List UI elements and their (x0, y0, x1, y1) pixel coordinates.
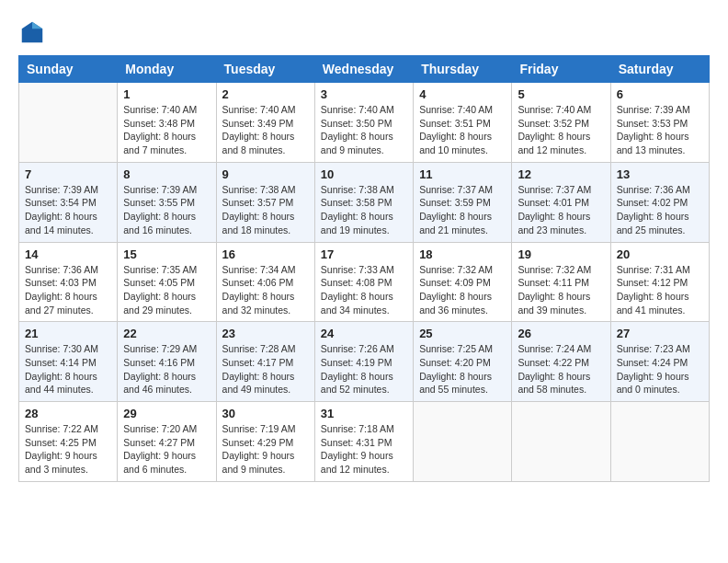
day-number: 3 (321, 87, 407, 101)
day-number: 20 (617, 247, 703, 261)
day-info: Sunrise: 7:33 AMSunset: 4:08 PMDaylight:… (321, 263, 407, 317)
day-number: 10 (321, 167, 407, 181)
day-number: 27 (617, 327, 703, 340)
calendar-cell: 18Sunrise: 7:32 AMSunset: 4:09 PMDayligh… (414, 242, 512, 322)
day-number: 21 (25, 327, 111, 340)
weekday-header-thursday: Thursday (414, 56, 512, 83)
calendar-cell: 1Sunrise: 7:40 AMSunset: 3:48 PMDaylight… (118, 83, 216, 163)
calendar-cell: 19Sunrise: 7:32 AMSunset: 4:11 PMDayligh… (512, 242, 610, 322)
calendar-cell: 15Sunrise: 7:35 AMSunset: 4:05 PMDayligh… (118, 242, 216, 322)
day-info: Sunrise: 7:40 AMSunset: 3:51 PMDaylight:… (419, 103, 506, 157)
day-info: Sunrise: 7:39 AMSunset: 3:55 PMDaylight:… (123, 183, 210, 237)
weekday-header-row: SundayMondayTuesdayWednesdayThursdayFrid… (19, 56, 710, 83)
calendar-cell: 21Sunrise: 7:30 AMSunset: 4:14 PMDayligh… (19, 322, 118, 402)
calendar-cell: 4Sunrise: 7:40 AMSunset: 3:51 PMDaylight… (414, 83, 512, 163)
day-info: Sunrise: 7:36 AMSunset: 4:03 PMDaylight:… (25, 263, 111, 317)
day-info: Sunrise: 7:34 AMSunset: 4:06 PMDaylight:… (222, 263, 309, 317)
day-info: Sunrise: 7:26 AMSunset: 4:19 PMDaylight:… (321, 342, 407, 396)
calendar-cell (512, 402, 610, 482)
calendar-cell: 8Sunrise: 7:39 AMSunset: 3:55 PMDaylight… (118, 162, 216, 242)
day-info: Sunrise: 7:35 AMSunset: 4:05 PMDaylight:… (123, 263, 210, 317)
day-info: Sunrise: 7:37 AMSunset: 3:59 PMDaylight:… (419, 183, 506, 237)
day-info: Sunrise: 7:40 AMSunset: 3:49 PMDaylight:… (222, 103, 309, 157)
day-number: 31 (321, 407, 407, 420)
day-info: Sunrise: 7:39 AMSunset: 3:53 PMDaylight:… (617, 103, 703, 157)
day-info: Sunrise: 7:29 AMSunset: 4:16 PMDaylight:… (123, 342, 210, 396)
calendar-cell (610, 402, 709, 482)
calendar-cell: 11Sunrise: 7:37 AMSunset: 3:59 PMDayligh… (414, 162, 512, 242)
day-info: Sunrise: 7:32 AMSunset: 4:09 PMDaylight:… (419, 263, 506, 317)
calendar-cell: 26Sunrise: 7:24 AMSunset: 4:22 PMDayligh… (512, 322, 610, 402)
calendar-cell: 7Sunrise: 7:39 AMSunset: 3:54 PMDaylight… (19, 162, 118, 242)
day-info: Sunrise: 7:36 AMSunset: 4:02 PMDaylight:… (617, 183, 703, 237)
calendar-cell: 28Sunrise: 7:22 AMSunset: 4:25 PMDayligh… (19, 402, 118, 482)
day-number: 28 (25, 407, 111, 420)
calendar-cell: 17Sunrise: 7:33 AMSunset: 4:08 PMDayligh… (314, 242, 413, 322)
calendar-cell: 6Sunrise: 7:39 AMSunset: 3:53 PMDaylight… (610, 83, 709, 163)
day-number: 22 (123, 327, 210, 340)
day-info: Sunrise: 7:20 AMSunset: 4:27 PMDaylight:… (123, 422, 210, 477)
calendar-cell: 5Sunrise: 7:40 AMSunset: 3:52 PMDaylight… (512, 83, 610, 163)
calendar-cell: 27Sunrise: 7:23 AMSunset: 4:24 PMDayligh… (610, 322, 709, 402)
day-number: 7 (25, 167, 111, 181)
day-number: 15 (123, 247, 210, 261)
calendar-cell (19, 83, 118, 163)
calendar-cell: 30Sunrise: 7:19 AMSunset: 4:29 PMDayligh… (216, 402, 314, 482)
day-number: 4 (419, 87, 506, 101)
day-info: Sunrise: 7:40 AMSunset: 3:52 PMDaylight:… (518, 103, 604, 157)
day-number: 12 (518, 167, 604, 181)
header (18, 18, 710, 46)
day-info: Sunrise: 7:18 AMSunset: 4:31 PMDaylight:… (321, 422, 407, 477)
calendar-cell: 16Sunrise: 7:34 AMSunset: 4:06 PMDayligh… (216, 242, 314, 322)
day-number: 11 (419, 167, 506, 181)
logo (18, 18, 50, 46)
day-number: 14 (25, 247, 111, 261)
day-info: Sunrise: 7:31 AMSunset: 4:12 PMDaylight:… (617, 263, 703, 317)
calendar-week-row: 14Sunrise: 7:36 AMSunset: 4:03 PMDayligh… (19, 242, 710, 322)
day-number: 13 (617, 167, 703, 181)
day-info: Sunrise: 7:40 AMSunset: 3:50 PMDaylight:… (321, 103, 407, 157)
calendar-cell: 25Sunrise: 7:25 AMSunset: 4:20 PMDayligh… (414, 322, 512, 402)
weekday-header-monday: Monday (118, 56, 216, 83)
calendar-week-row: 7Sunrise: 7:39 AMSunset: 3:54 PMDaylight… (19, 162, 710, 242)
day-info: Sunrise: 7:38 AMSunset: 3:57 PMDaylight:… (222, 183, 309, 237)
weekday-header-tuesday: Tuesday (216, 56, 314, 83)
day-number: 17 (321, 247, 407, 261)
day-info: Sunrise: 7:23 AMSunset: 4:24 PMDaylight:… (617, 342, 703, 396)
day-info: Sunrise: 7:37 AMSunset: 4:01 PMDaylight:… (518, 183, 604, 237)
day-number: 19 (518, 247, 604, 261)
day-info: Sunrise: 7:39 AMSunset: 3:54 PMDaylight:… (25, 183, 111, 237)
day-info: Sunrise: 7:28 AMSunset: 4:17 PMDaylight:… (222, 342, 309, 396)
calendar-cell: 2Sunrise: 7:40 AMSunset: 3:49 PMDaylight… (216, 83, 314, 163)
day-number: 23 (222, 327, 309, 340)
calendar-cell: 24Sunrise: 7:26 AMSunset: 4:19 PMDayligh… (314, 322, 413, 402)
day-info: Sunrise: 7:32 AMSunset: 4:11 PMDaylight:… (518, 263, 604, 317)
day-number: 25 (419, 327, 506, 340)
day-number: 8 (123, 167, 210, 181)
calendar-week-row: 28Sunrise: 7:22 AMSunset: 4:25 PMDayligh… (19, 402, 710, 482)
day-info: Sunrise: 7:38 AMSunset: 3:58 PMDaylight:… (321, 183, 407, 237)
calendar-cell: 20Sunrise: 7:31 AMSunset: 4:12 PMDayligh… (610, 242, 709, 322)
calendar-cell: 3Sunrise: 7:40 AMSunset: 3:50 PMDaylight… (314, 83, 413, 163)
day-number: 9 (222, 167, 309, 181)
calendar-cell: 29Sunrise: 7:20 AMSunset: 4:27 PMDayligh… (118, 402, 216, 482)
calendar-cell: 9Sunrise: 7:38 AMSunset: 3:57 PMDaylight… (216, 162, 314, 242)
calendar-cell: 10Sunrise: 7:38 AMSunset: 3:58 PMDayligh… (314, 162, 413, 242)
day-number: 5 (518, 87, 604, 101)
calendar-cell: 31Sunrise: 7:18 AMSunset: 4:31 PMDayligh… (314, 402, 413, 482)
calendar-cell: 14Sunrise: 7:36 AMSunset: 4:03 PMDayligh… (19, 242, 118, 322)
day-number: 6 (617, 87, 703, 101)
day-info: Sunrise: 7:25 AMSunset: 4:20 PMDaylight:… (419, 342, 506, 396)
weekday-header-sunday: Sunday (19, 56, 118, 83)
calendar-table: SundayMondayTuesdayWednesdayThursdayFrid… (18, 55, 710, 482)
calendar-cell: 13Sunrise: 7:36 AMSunset: 4:02 PMDayligh… (610, 162, 709, 242)
weekday-header-friday: Friday (512, 56, 610, 83)
calendar-cell: 12Sunrise: 7:37 AMSunset: 4:01 PMDayligh… (512, 162, 610, 242)
day-info: Sunrise: 7:30 AMSunset: 4:14 PMDaylight:… (25, 342, 111, 396)
weekday-header-saturday: Saturday (610, 56, 709, 83)
day-info: Sunrise: 7:40 AMSunset: 3:48 PMDaylight:… (123, 103, 210, 157)
weekday-header-wednesday: Wednesday (314, 56, 413, 83)
day-number: 26 (518, 327, 604, 340)
day-number: 29 (123, 407, 210, 420)
svg-marker-1 (32, 22, 42, 29)
